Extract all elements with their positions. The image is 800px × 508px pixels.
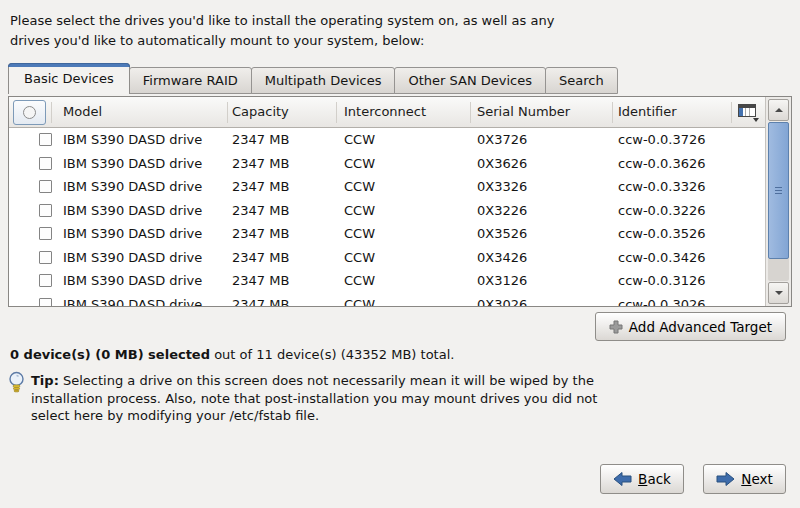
column-header-capacity[interactable]: Capacity bbox=[232, 97, 289, 127]
back-button[interactable]: Back bbox=[600, 464, 684, 494]
device-table-view: Model Capacity Interconnect Serial Numbe… bbox=[9, 97, 765, 306]
cell-model: IBM S390 DASD drive bbox=[63, 128, 202, 152]
cell-serial: 0X3526 bbox=[477, 222, 527, 246]
header-separator bbox=[227, 102, 228, 123]
table-row[interactable]: IBM S390 DASD drive2347 MBCCW0X3726ccw-0… bbox=[9, 128, 765, 152]
column-chooser-button[interactable] bbox=[731, 97, 765, 128]
scroll-down-button[interactable] bbox=[768, 282, 789, 304]
tab-search[interactable]: Search bbox=[545, 67, 618, 94]
cell-serial: 0X3226 bbox=[477, 199, 527, 223]
row-checkbox[interactable] bbox=[39, 180, 52, 193]
intro-line-1: Please select the drives you'd like to i… bbox=[10, 11, 554, 31]
tab-multipath-devices[interactable]: Multipath Devices bbox=[251, 67, 396, 94]
table-row[interactable]: IBM S390 DASD drive2347 MBCCW0X3326ccw-0… bbox=[9, 175, 765, 199]
plus-icon bbox=[609, 320, 623, 334]
next-mnemonic: N bbox=[741, 471, 751, 487]
tip-line-3: select here by modifying your /etc/fstab… bbox=[31, 407, 597, 425]
row-checkbox[interactable] bbox=[39, 204, 52, 217]
header-separator bbox=[612, 102, 613, 123]
table-row[interactable]: IBM S390 DASD drive2347 MBCCW0X3026ccw-0… bbox=[9, 293, 765, 307]
cell-model: IBM S390 DASD drive bbox=[63, 222, 202, 246]
cell-serial: 0X3026 bbox=[477, 293, 527, 307]
back-rest: ack bbox=[647, 471, 671, 487]
scrollbar-thumb[interactable] bbox=[768, 122, 789, 259]
table-row[interactable]: IBM S390 DASD drive2347 MBCCW0X3126ccw-0… bbox=[9, 269, 765, 293]
cell-capacity: 2347 MB bbox=[232, 222, 289, 246]
header-separator bbox=[51, 102, 52, 123]
table-body: IBM S390 DASD drive2347 MBCCW0X3726ccw-0… bbox=[9, 128, 765, 306]
row-checkbox[interactable] bbox=[39, 133, 52, 146]
cell-interconnect: CCW bbox=[344, 128, 375, 152]
add-advanced-target-label: Add Advanced Target bbox=[629, 319, 772, 335]
device-table: Model Capacity Interconnect Serial Numbe… bbox=[8, 96, 792, 307]
tip-line-1-text: Selecting a drive on this screen does no… bbox=[59, 373, 594, 388]
tip-label: Tip: bbox=[31, 373, 59, 388]
row-checkbox[interactable] bbox=[39, 157, 52, 170]
select-all-toggle-button[interactable] bbox=[13, 100, 46, 125]
cell-capacity: 2347 MB bbox=[232, 152, 289, 176]
cell-identifier: ccw-0.0.3026 bbox=[618, 293, 706, 307]
toggle-circle-icon bbox=[23, 106, 36, 119]
next-rest: ext bbox=[751, 471, 772, 487]
next-button[interactable]: Next bbox=[703, 464, 786, 494]
row-checkbox[interactable] bbox=[39, 298, 52, 307]
status-selected-part: 0 device(s) (0 MB) selected bbox=[10, 347, 210, 362]
table-row[interactable]: IBM S390 DASD drive2347 MBCCW0X3426ccw-0… bbox=[9, 246, 765, 270]
column-header-model[interactable]: Model bbox=[63, 97, 102, 127]
cell-serial: 0X3626 bbox=[477, 152, 527, 176]
lightbulb-icon bbox=[8, 371, 25, 395]
intro-line-2: drives you'd like to automatically mount… bbox=[10, 31, 554, 51]
cell-interconnect: CCW bbox=[344, 269, 375, 293]
row-checkbox[interactable] bbox=[39, 274, 52, 287]
cell-capacity: 2347 MB bbox=[232, 175, 289, 199]
cell-interconnect: CCW bbox=[344, 293, 375, 307]
cell-interconnect: CCW bbox=[344, 199, 375, 223]
scroll-up-button[interactable] bbox=[768, 99, 789, 121]
cell-identifier: ccw-0.0.3626 bbox=[618, 152, 706, 176]
cell-identifier: ccw-0.0.3126 bbox=[618, 269, 706, 293]
tab-firmware-raid[interactable]: Firmware RAID bbox=[129, 67, 252, 94]
cell-identifier: ccw-0.0.3426 bbox=[618, 246, 706, 270]
cell-model: IBM S390 DASD drive bbox=[63, 269, 202, 293]
tab-bar: Basic DevicesFirmware RAIDMultipath Devi… bbox=[8, 63, 617, 94]
column-header-interconnect[interactable]: Interconnect bbox=[344, 97, 426, 127]
row-checkbox[interactable] bbox=[39, 251, 52, 264]
scrollbar-track[interactable] bbox=[768, 122, 789, 281]
table-row[interactable]: IBM S390 DASD drive2347 MBCCW0X3626ccw-0… bbox=[9, 152, 765, 176]
column-header-serial[interactable]: Serial Number bbox=[477, 97, 570, 127]
cell-capacity: 2347 MB bbox=[232, 128, 289, 152]
cell-model: IBM S390 DASD drive bbox=[63, 152, 202, 176]
tab-basic-devices[interactable]: Basic Devices bbox=[8, 63, 130, 94]
back-button-label: Back bbox=[638, 471, 671, 487]
intro-text: Please select the drives you'd like to i… bbox=[10, 11, 554, 51]
cell-identifier: ccw-0.0.3226 bbox=[618, 199, 706, 223]
cell-model: IBM S390 DASD drive bbox=[63, 246, 202, 270]
cell-identifier: ccw-0.0.3526 bbox=[618, 222, 706, 246]
header-separator bbox=[336, 102, 337, 123]
cell-model: IBM S390 DASD drive bbox=[63, 293, 202, 307]
cell-identifier: ccw-0.0.3726 bbox=[618, 128, 706, 152]
cell-interconnect: CCW bbox=[344, 175, 375, 199]
cell-capacity: 2347 MB bbox=[232, 269, 289, 293]
header-separator bbox=[470, 102, 471, 123]
column-header-identifier[interactable]: Identifier bbox=[618, 97, 677, 127]
next-button-label: Next bbox=[741, 471, 772, 487]
cell-identifier: ccw-0.0.3326 bbox=[618, 175, 706, 199]
cell-model: IBM S390 DASD drive bbox=[63, 175, 202, 199]
table-row[interactable]: IBM S390 DASD drive2347 MBCCW0X3226ccw-0… bbox=[9, 199, 765, 223]
tip-line-1: Tip: Selecting a drive on this screen do… bbox=[31, 372, 597, 390]
install-drive-selection-screen: Please select the drives you'd like to i… bbox=[0, 0, 800, 508]
status-total-part: out of 11 device(s) (43352 MB) total. bbox=[210, 347, 454, 362]
cell-capacity: 2347 MB bbox=[232, 199, 289, 223]
table-row[interactable]: IBM S390 DASD drive2347 MBCCW0X3526ccw-0… bbox=[9, 222, 765, 246]
cell-serial: 0X3426 bbox=[477, 246, 527, 270]
chevron-down-icon bbox=[753, 118, 759, 122]
add-advanced-target-button[interactable]: Add Advanced Target bbox=[595, 312, 786, 341]
tab-other-san-devices[interactable]: Other SAN Devices bbox=[394, 67, 546, 94]
vertical-scrollbar[interactable] bbox=[765, 97, 791, 306]
columns-icon bbox=[738, 104, 756, 117]
row-checkbox[interactable] bbox=[39, 227, 52, 240]
tip-line-2: installation process. Also, note that po… bbox=[31, 390, 597, 408]
cell-interconnect: CCW bbox=[344, 152, 375, 176]
cell-serial: 0X3726 bbox=[477, 128, 527, 152]
